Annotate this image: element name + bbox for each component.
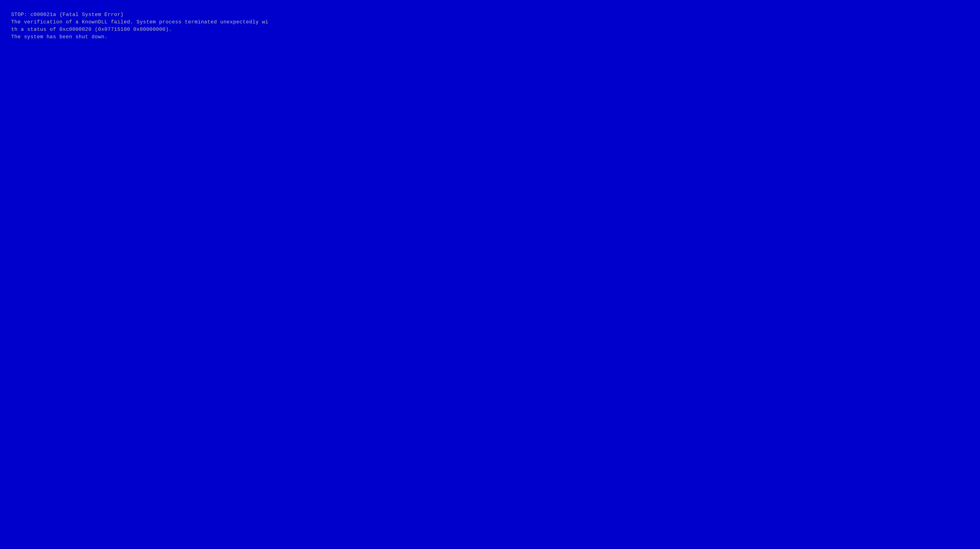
- bsod-line-1: STOP: c000021a {Fatal System Error}: [11, 11, 269, 19]
- bsod-line-3: th a status of 0xc0000020 (0x07715100 0x…: [11, 26, 269, 33]
- bsod-text-block: STOP: c000021a {Fatal System Error} The …: [11, 11, 269, 41]
- bsod-line-4: The system has been shut down.: [11, 33, 269, 41]
- bsod-line-2: The verification of a KnownDLL failed. S…: [11, 19, 269, 26]
- bsod-screen: STOP: c000021a {Fatal System Error} The …: [0, 0, 980, 549]
